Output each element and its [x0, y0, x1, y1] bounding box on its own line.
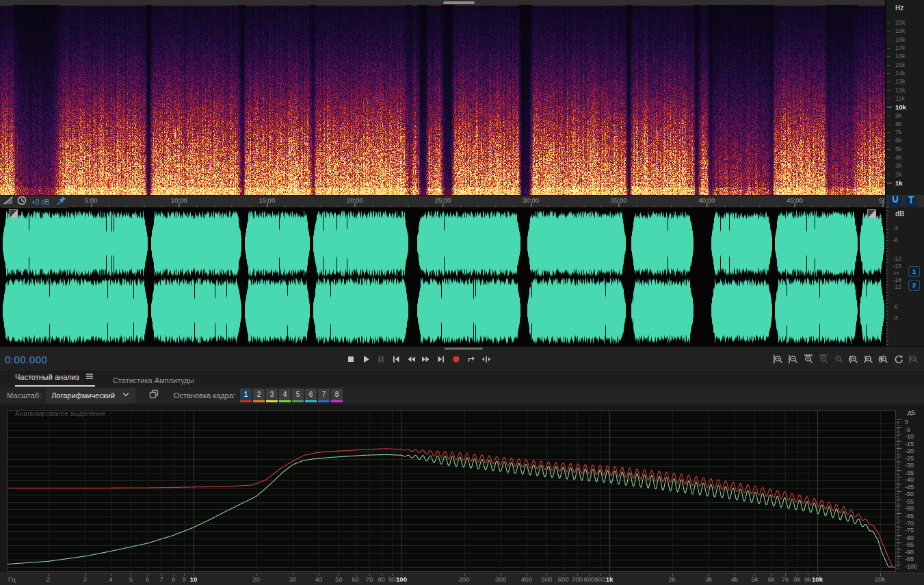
hold-button-5[interactable]: 5: [292, 389, 304, 402]
timeline-ruler[interactable]: +0 dB 5:0010:0015:0020:0025:0030:0035:00…: [0, 195, 885, 208]
hold-button-3[interactable]: 3: [266, 389, 278, 402]
record-button[interactable]: [450, 353, 462, 365]
chevron-down-icon: [120, 389, 131, 402]
y-axis-tick-label: -75: [905, 527, 914, 534]
frequency-tick-label: 15k: [895, 62, 906, 68]
waveform-display[interactable]: [0, 207, 885, 346]
corner-handle-icon[interactable]: [867, 209, 876, 218]
frequency-tick-label: 18k: [895, 36, 906, 43]
frequency-tick-label: 9k: [895, 112, 902, 119]
hold-button-1[interactable]: 1: [240, 389, 252, 402]
scale-select-value: Логарифмический: [51, 391, 115, 400]
hold-button-2[interactable]: 2: [253, 389, 265, 402]
amplitude-scale-unit: dB: [895, 210, 904, 218]
frequency-tick-label: 10k: [895, 103, 906, 111]
corner-handle-icon[interactable]: [9, 209, 18, 218]
time-label: 30:00: [523, 196, 539, 204]
pin-icon[interactable]: [56, 195, 67, 209]
pause-button[interactable]: [375, 353, 387, 365]
time-label: 20:00: [347, 196, 363, 204]
frequency-tick: [887, 149, 890, 150]
zoom-selection-button[interactable]: [877, 353, 890, 365]
frequency-tick: [887, 174, 890, 175]
loop-playback-button[interactable]: [465, 353, 477, 365]
zoom-selection-right-button[interactable]: [862, 353, 875, 365]
channel-1-button[interactable]: 1: [908, 266, 920, 277]
waveform-panel[interactable]: [0, 207, 885, 346]
play-button[interactable]: [360, 353, 372, 365]
frequency-tick-label: 13k: [895, 78, 906, 85]
panel-resize-handle[interactable]: [445, 348, 483, 350]
snap-magnet-button[interactable]: [889, 196, 901, 207]
x-axis-tick-label: 300: [495, 575, 506, 583]
channel-2-button[interactable]: 2: [908, 280, 920, 291]
zoom-in-selection-button[interactable]: [802, 353, 815, 365]
stop-button[interactable]: [345, 353, 357, 365]
skip-selection-button[interactable]: [480, 353, 492, 365]
decibel-ruler-major-ticks: [897, 419, 901, 569]
y-axis-tick-label: -55: [905, 498, 914, 505]
frequency-tick: [887, 132, 890, 133]
fast-forward-button[interactable]: [420, 353, 432, 365]
time-label: 35:00: [611, 196, 627, 204]
panel-menu-icon[interactable]: [84, 371, 95, 383]
playhead-time-display[interactable]: 0:00.000: [5, 354, 47, 365]
fade-envelope-icon[interactable]: [3, 195, 14, 209]
gain-value-label[interactable]: +0 dB: [31, 198, 49, 206]
hold-button-6[interactable]: 6: [305, 389, 317, 402]
frequency-scale: Hz 20k19k18k17k16k15k14k13k12k11k10k9k8k…: [885, 0, 924, 195]
hold-button-7[interactable]: 7: [318, 389, 330, 402]
plot-overlay-label: Анализированое выделение: [15, 410, 105, 417]
amplitude-tick-label: -3: [893, 315, 898, 322]
clock-icon[interactable]: [16, 195, 27, 209]
x-axis-tick-label: 5k: [751, 575, 758, 583]
hold-button-8[interactable]: 8: [331, 389, 343, 402]
x-axis-tick-label: 100: [396, 575, 407, 583]
amplitude-tick-label: -∞: [893, 270, 899, 276]
x-axis-tick-label: 7k: [782, 575, 789, 583]
x-axis-tick-label: 30: [289, 575, 297, 583]
zoom-selection-left-button[interactable]: [847, 353, 860, 365]
zoom-full-button[interactable]: [832, 353, 845, 365]
scale-select[interactable]: Логарифмический: [46, 388, 135, 403]
zoom-toolbar: [772, 353, 920, 365]
frequency-tick: [887, 31, 890, 31]
x-axis-tick-label: 9: [182, 575, 185, 583]
x-axis-tick-label: 500: [542, 575, 553, 583]
copy-to-clipboard-button[interactable]: [148, 389, 160, 402]
rewind-button[interactable]: [405, 353, 417, 365]
tab-frequency-analysis[interactable]: Частотный анализ: [15, 371, 95, 387]
amplitude-tick-label: -12: [893, 283, 901, 290]
y-axis-unit: дБ: [908, 408, 916, 416]
x-axis-tick-label: 1k: [606, 575, 613, 583]
x-axis-tick-label: 4: [109, 575, 112, 583]
spectrogram-display[interactable]: [0, 5, 885, 195]
x-axis-tick-label: 4k: [731, 575, 738, 583]
x-axis-tick-label: 600: [558, 575, 569, 583]
zoom-time-button[interactable]: [908, 353, 920, 365]
zoom-in-button[interactable]: [772, 353, 784, 365]
x-axis-tick-label: 3: [83, 575, 86, 583]
frequency-tick-label: 5k: [895, 146, 902, 153]
scrollbar-handle[interactable]: [443, 1, 475, 4]
tab-amplitude-statistics[interactable]: Статистика Амплитуды: [113, 376, 194, 387]
reset-zoom-button[interactable]: [893, 353, 905, 365]
frequency-tick-label: 12k: [895, 87, 906, 94]
x-axis-tick-label: 2: [47, 575, 50, 583]
skip-to-end-button[interactable]: [435, 353, 447, 365]
zoom-out-button[interactable]: [787, 353, 800, 365]
x-axis-tick-label: 9k: [804, 575, 811, 583]
y-axis-tick-label: -20: [905, 447, 914, 454]
x-axis-unit: Гц: [8, 575, 16, 583]
spectrogram-panel[interactable]: [0, 5, 885, 195]
frequency-tick: [887, 140, 890, 141]
frequency-tick: [887, 90, 890, 91]
y-axis-tick-label: -70: [905, 520, 914, 527]
zoom-out-selection-button[interactable]: [817, 353, 830, 365]
decibel-axis: дБ 0-5-10-15-20-25-30-35-40-45-50-55-60-…: [897, 404, 924, 573]
skip-to-start-button[interactable]: [390, 353, 402, 365]
x-axis-tick-label: 400: [521, 575, 532, 583]
marker-button[interactable]: [905, 196, 917, 207]
y-axis-tick-label: 0: [905, 419, 908, 426]
hold-button-4[interactable]: 4: [279, 389, 291, 402]
